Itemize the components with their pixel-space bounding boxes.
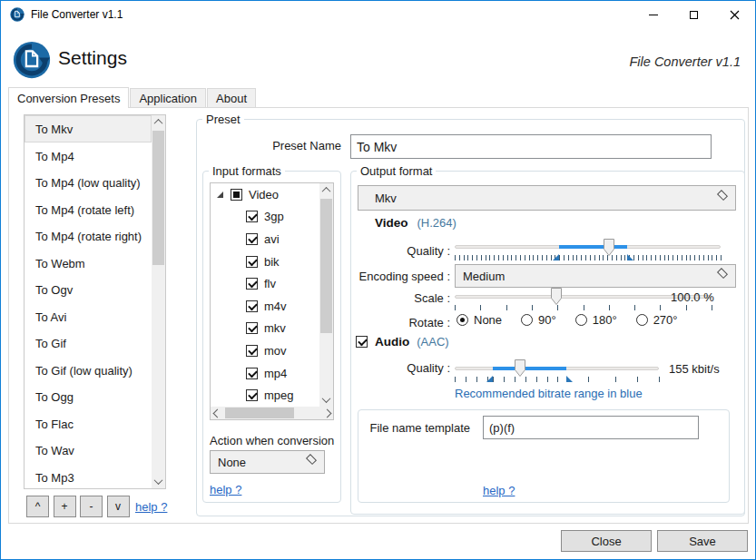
rotate-radio-270deg[interactable]: 270°	[636, 313, 678, 327]
radio-icon	[457, 314, 468, 326]
preset-list-scrollbar[interactable]	[152, 115, 165, 488]
format-checkbox[interactable]	[246, 368, 258, 379]
scrollbar-thumb[interactable]	[152, 131, 164, 265]
save-button[interactable]: Save	[657, 530, 748, 552]
file-name-template-label: File name template	[361, 421, 470, 435]
rotate-option-label: 270°	[653, 313, 678, 327]
tick-mark	[584, 305, 584, 310]
tick-mark	[537, 255, 538, 260]
tick-mark	[507, 255, 508, 260]
tick-mark	[708, 255, 709, 260]
format-label: mpeg	[264, 388, 294, 402]
tick-mark	[686, 255, 687, 260]
preset-list-item[interactable]: To Mp4 (rotate right)	[25, 222, 152, 250]
tick-mark	[493, 377, 494, 382]
format-checkbox[interactable]	[246, 278, 258, 290]
input-formats-help-link[interactable]: help ?	[210, 483, 241, 496]
tick-mark	[616, 255, 617, 260]
preset-remove-button[interactable]: -	[80, 496, 103, 517]
tick-mark	[520, 255, 521, 260]
tree-horizontal-scrollbar[interactable]	[211, 407, 333, 419]
chevron-down-icon	[306, 454, 317, 465]
preset-list-item[interactable]: To Webm	[25, 250, 152, 277]
chevron-down-icon	[717, 268, 728, 279]
preset-name-input[interactable]	[350, 134, 712, 159]
tree-row-video[interactable]: Video	[211, 183, 319, 206]
file-name-template-input[interactable]	[483, 416, 699, 439]
scroll-down-button[interactable]	[152, 475, 165, 488]
format-checkbox[interactable]	[246, 256, 258, 268]
slider-thumb[interactable]	[515, 359, 525, 377]
preset-list-item[interactable]: To Gif	[25, 329, 152, 357]
minimize-button[interactable]	[633, 1, 673, 28]
tree-expander-icon[interactable]	[217, 192, 223, 198]
video-checkbox[interactable]	[231, 189, 242, 201]
rotate-radio-90deg[interactable]: 90°	[521, 313, 556, 327]
encoding-speed-dropdown[interactable]: Medium	[455, 264, 736, 288]
preset-list-item[interactable]: To Mp3	[25, 464, 152, 490]
slider-thumb[interactable]	[551, 288, 562, 305]
chevron-down-icon	[322, 394, 331, 403]
output-format-dropdown[interactable]: Mkv	[358, 185, 736, 211]
format-checkbox[interactable]	[246, 300, 258, 312]
scrollbar-thumb[interactable]	[225, 408, 294, 418]
preset-add-button[interactable]: +	[54, 496, 76, 517]
preset-list-item[interactable]: To Ogv	[25, 276, 152, 303]
rotate-option-label: 180°	[593, 313, 617, 327]
scroll-left-button[interactable]	[211, 407, 223, 419]
tab-conversion-presets[interactable]: Conversion Presets	[8, 87, 129, 108]
close-button[interactable]: Close	[561, 530, 652, 552]
tick-mark	[489, 255, 490, 260]
slider-thumb[interactable]	[604, 239, 614, 256]
format-checkbox[interactable]	[246, 322, 258, 334]
close-window-button[interactable]	[714, 1, 755, 28]
radio-icon	[521, 314, 533, 326]
rotate-option-label: 90°	[538, 313, 556, 327]
format-checkbox[interactable]	[246, 389, 258, 401]
preset-list-item[interactable]: To Flac	[25, 410, 152, 437]
preset-move-down-button[interactable]: v	[107, 496, 130, 517]
video-quality-slider[interactable]	[455, 239, 721, 264]
preset-list-item[interactable]: To Mp4 (low quality)	[25, 169, 152, 196]
preset-list-item[interactable]: To Avi	[25, 303, 152, 330]
scroll-down-button[interactable]	[319, 393, 333, 407]
format-checkbox[interactable]	[246, 233, 258, 245]
audio-quality-slider[interactable]	[455, 359, 659, 385]
format-checkbox[interactable]	[246, 211, 258, 222]
video-codec: (H.264)	[417, 216, 457, 230]
scroll-up-button[interactable]	[152, 115, 165, 129]
tick-mark	[515, 255, 516, 260]
preset-group-label: Preset	[202, 113, 244, 126]
tree-row-format[interactable]: mpeg	[211, 384, 319, 407]
preset-list-item[interactable]: To Mkv	[25, 115, 152, 142]
tick-mark	[599, 255, 600, 260]
preset-move-up-button[interactable]: ^	[26, 496, 49, 517]
preset-name-label: Preset Name	[196, 139, 341, 152]
presets-help-link[interactable]: help ?	[135, 500, 167, 514]
tree-row-format[interactable]: mov	[211, 339, 319, 362]
scroll-right-button[interactable]	[320, 407, 333, 419]
preset-list-item[interactable]: To Gif (low quality)	[25, 357, 152, 384]
rotate-option-label: None	[474, 313, 502, 327]
tab-application[interactable]: Application	[130, 88, 206, 108]
preset-list-item[interactable]: To Mp4	[25, 142, 152, 170]
encoding-speed-value: Medium	[463, 270, 505, 283]
tab-about[interactable]: About	[207, 88, 256, 108]
scrollbar-thumb[interactable]	[320, 199, 332, 333]
action-dropdown[interactable]: None	[210, 450, 325, 474]
rotate-radio-none[interactable]: None	[457, 313, 502, 327]
preset-list-item[interactable]: To Wav	[25, 437, 152, 464]
output-format-label: Output format	[357, 164, 436, 178]
rotate-radio-180deg[interactable]: 180°	[575, 313, 617, 327]
preset-list-item[interactable]: To Ogg	[25, 383, 152, 410]
audio-checkbox[interactable]	[356, 336, 368, 348]
preset-list[interactable]: To MkvTo Mp4To Mp4 (low quality)To Mp4 (…	[24, 114, 166, 489]
preset-list-item[interactable]: To Mp4 (rotate left)	[25, 196, 152, 223]
file-template-help-link[interactable]: help ?	[483, 484, 515, 497]
maximize-button[interactable]	[673, 1, 714, 28]
title-bar[interactable]: File Converter v1.1	[1, 1, 755, 28]
format-checkbox[interactable]	[246, 345, 258, 357]
scroll-up-button[interactable]	[319, 183, 333, 197]
tree-row-format[interactable]: 3gp	[211, 206, 319, 229]
action-when-conversion-label: Action when conversion	[210, 434, 334, 447]
